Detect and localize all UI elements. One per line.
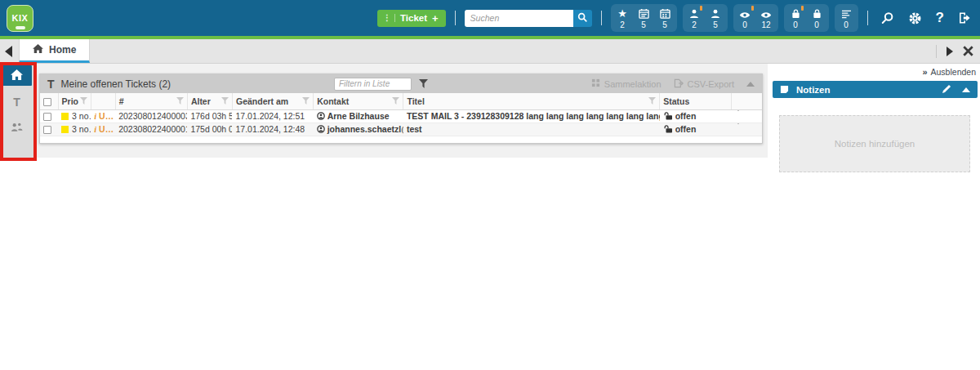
ticket-number[interactable]: 2023080124000039 [118, 111, 187, 121]
counter-value: 5 [713, 20, 718, 29]
edit-pencil-icon[interactable] [942, 82, 951, 97]
notes-empty-area[interactable]: Notizen hinzufügen [779, 115, 970, 172]
funnel-icon[interactable] [302, 96, 310, 106]
row-actions-dropdown-icon[interactable] [735, 109, 742, 121]
changed-date: 17.01.2024, 12:48 [235, 124, 305, 134]
drag-handle-icon: ⋮ [383, 14, 395, 22]
calendar-counter[interactable]: 5 [659, 7, 671, 29]
sidebar-item-ticket-filter[interactable]: T [2, 91, 32, 112]
top-header: KIX ⋮ Ticket + ★ 2 [0, 0, 980, 36]
content-area: T Meine offenen Tickets (2) [33, 64, 768, 158]
ticket-filter-icon: T [13, 96, 20, 109]
widget-header: T Meine offenen Tickets (2) [40, 74, 762, 93]
list-filter-input[interactable] [334, 78, 412, 91]
advanced-search-icon[interactable] [880, 11, 894, 25]
column-contact[interactable]: Kontakt [317, 96, 349, 106]
funnel-icon[interactable] [392, 96, 399, 106]
funnel-icon[interactable] [80, 96, 87, 106]
criticality-value: U… [99, 111, 114, 121]
row-checkbox[interactable] [43, 126, 51, 134]
watch-alert-counter[interactable]: 0 [739, 7, 751, 29]
divider [936, 45, 937, 58]
logout-icon[interactable] [958, 11, 972, 25]
contact-name[interactable]: johannes.schaetzl@gm… [327, 124, 403, 134]
search-input[interactable] [465, 10, 573, 27]
counter-value: 0 [793, 20, 798, 29]
lock-icon [813, 7, 822, 19]
person-alert-icon [689, 7, 699, 19]
csv-export-button[interactable]: CSV-Export [674, 78, 734, 90]
collapse-notes-icon[interactable] [962, 87, 970, 92]
contact-alert-counter[interactable]: 2 [688, 7, 701, 29]
select-all-checkbox[interactable] [43, 98, 51, 106]
help-icon[interactable]: ? [936, 10, 944, 26]
funnel-icon[interactable] [221, 96, 229, 106]
funnel-icon[interactable] [648, 96, 656, 106]
notes-widget-header: Notizen [773, 81, 978, 98]
column-title[interactable]: Titel [407, 96, 424, 106]
contact-counter[interactable]: 5 [710, 7, 722, 29]
plus-icon: + [432, 12, 439, 25]
funnel-icon[interactable] [176, 96, 184, 106]
main-area: T T Meine offenen Tickets (2) [0, 64, 980, 158]
ticket-number[interactable]: 2023080224000019 [118, 124, 187, 134]
lock-counter[interactable]: 0 [811, 7, 823, 29]
lock-alert-counter[interactable]: 0 [790, 7, 802, 29]
counter-value: 0 [814, 20, 819, 29]
alert-dot [801, 6, 804, 11]
widget-actions: Sammelaktion CSV-Export [591, 78, 755, 90]
contact-name[interactable]: Arne Bilzhause [327, 111, 390, 121]
new-ticket-button[interactable]: ⋮ Ticket + [377, 10, 446, 27]
status-value: offen [675, 124, 697, 134]
gear-icon[interactable] [908, 11, 922, 25]
queue-counter[interactable]: 0 [840, 7, 853, 29]
hide-sidebar-link[interactable]: »Ausblenden [773, 65, 978, 81]
column-changed[interactable]: Geändert am [236, 96, 288, 106]
tab-bar: Home [0, 39, 980, 64]
counter-value: 0 [844, 20, 849, 29]
favorites-counter[interactable]: ★ 2 [617, 7, 629, 29]
notes-placeholder: Notizen hinzufügen [835, 139, 915, 149]
filter-icon: T [47, 78, 55, 90]
funnel-icon[interactable] [419, 77, 428, 91]
sidebar-item-contacts[interactable] [2, 118, 32, 138]
sidebar-item-home[interactable] [2, 65, 32, 86]
ticket-age: 176d 03h 5… [190, 111, 232, 121]
counter-group-contacts: 2 5 [683, 4, 728, 32]
collapse-widget-icon[interactable] [746, 82, 755, 87]
info-icon: i [94, 125, 96, 134]
open-lock-icon [663, 125, 673, 135]
tab-scroll-left-icon[interactable] [5, 46, 12, 57]
priority-color-swatch [61, 126, 69, 133]
row-actions-dropdown-icon[interactable] [735, 123, 742, 134]
column-age[interactable]: Alter [191, 96, 211, 106]
watch-counter[interactable]: 12 [760, 7, 773, 29]
column-number[interactable]: # [119, 96, 124, 106]
hide-sidebar-label: Ausblenden [931, 67, 976, 77]
counter-value: 0 [742, 20, 747, 29]
column-status[interactable]: Status [663, 96, 689, 106]
note-icon [780, 82, 789, 97]
alert-dot [700, 6, 702, 11]
global-search [465, 10, 592, 27]
search-button[interactable] [573, 10, 592, 27]
counter-group-watched: 0 12 [733, 4, 778, 32]
row-checkbox[interactable] [43, 113, 51, 121]
calendar-edit-counter[interactable]: 5 [638, 7, 650, 29]
ticket-row[interactable]: 3 no… iU… 2023080224000019 175d 00h 0… 1… [40, 123, 762, 136]
tab-scroll-right-icon[interactable] [947, 47, 953, 56]
eye-alert-icon [739, 7, 751, 19]
column-prio[interactable]: Prio [62, 96, 78, 106]
ticket-title[interactable]: TEST MAIL 3 - 239128309128 lang lang lan… [407, 111, 660, 121]
kix-logo[interactable]: KIX [7, 5, 33, 32]
priority-color-swatch [61, 113, 69, 120]
export-icon [674, 78, 684, 90]
close-tab-icon[interactable] [963, 46, 973, 56]
ticket-row[interactable]: 3 no… iU… 2023080124000039 176d 03h 5… 1… [40, 109, 762, 123]
divider [455, 11, 456, 25]
ticket-title[interactable]: test [407, 124, 422, 134]
bulk-action-button[interactable]: Sammelaktion [591, 78, 662, 89]
tab-home[interactable]: Home [19, 39, 90, 63]
tickets-table: Prio # Alter Geändert am Kontakt Titel S… [40, 93, 762, 136]
counter-value: 5 [641, 20, 646, 29]
